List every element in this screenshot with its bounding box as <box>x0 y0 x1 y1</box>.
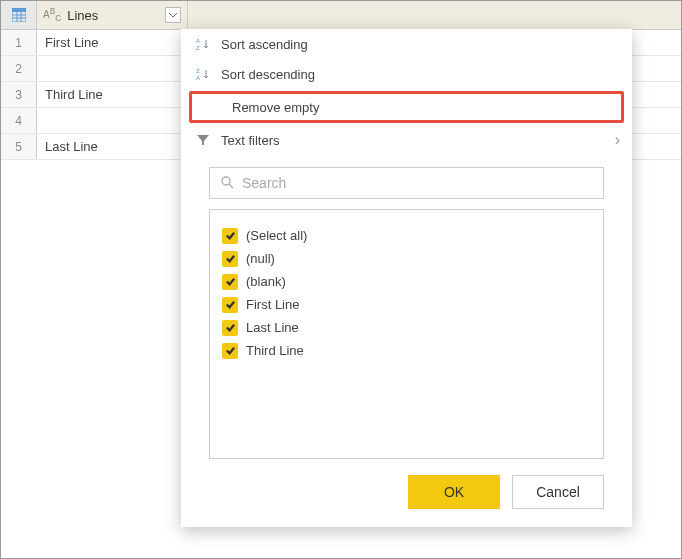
svg-rect-1 <box>12 8 26 12</box>
menu-label: Text filters <box>221 133 615 148</box>
filter-icon <box>193 133 213 147</box>
chevron-right-icon: › <box>615 131 620 149</box>
cell[interactable]: First Line <box>37 30 188 55</box>
row-number: 4 <box>1 108 37 133</box>
menu-label: Remove empty <box>232 100 609 115</box>
value-item[interactable]: First Line <box>222 293 591 316</box>
value-list: (Select all) (null) (blank) First Line L… <box>209 209 604 459</box>
table-corner-icon[interactable] <box>1 1 37 29</box>
value-item[interactable]: Third Line <box>222 339 591 362</box>
value-label: First Line <box>246 297 299 312</box>
checkbox-icon[interactable] <box>222 274 238 290</box>
menu-sort-descending[interactable]: Z A Sort descending <box>181 59 632 89</box>
sort-desc-icon: Z A <box>193 67 213 81</box>
column-filter-popup: A Z Sort ascending Z A Sort descending R… <box>181 29 632 527</box>
value-item[interactable]: (blank) <box>222 270 591 293</box>
ok-button[interactable]: OK <box>408 475 500 509</box>
value-label: Last Line <box>246 320 299 335</box>
svg-text:Z: Z <box>196 45 200 51</box>
data-type-text-icon: ABC <box>43 6 61 23</box>
menu-remove-empty[interactable]: Remove empty <box>189 91 624 123</box>
value-item[interactable]: (null) <box>222 247 591 270</box>
column-header-lines[interactable]: ABC Lines <box>37 1 188 29</box>
menu-text-filters[interactable]: Text filters › <box>181 125 632 155</box>
column-filter-dropdown[interactable] <box>165 7 181 23</box>
column-name: Lines <box>67 8 165 23</box>
grid-header-row: ABC Lines <box>1 1 681 30</box>
row-number: 2 <box>1 56 37 81</box>
checkbox-icon[interactable] <box>222 251 238 267</box>
svg-text:A: A <box>196 75 200 81</box>
checkbox-icon[interactable] <box>222 343 238 359</box>
sort-asc-icon: A Z <box>193 37 213 51</box>
checkbox-icon[interactable] <box>222 297 238 313</box>
svg-text:Z: Z <box>196 68 200 74</box>
cell[interactable] <box>37 108 188 133</box>
cell[interactable]: Third Line <box>37 82 188 107</box>
value-label: (Select all) <box>246 228 307 243</box>
value-label: Third Line <box>246 343 304 358</box>
checkbox-icon[interactable] <box>222 228 238 244</box>
menu-label: Sort descending <box>221 67 620 82</box>
cancel-button[interactable]: Cancel <box>512 475 604 509</box>
value-item-select-all[interactable]: (Select all) <box>222 224 591 247</box>
checkbox-icon[interactable] <box>222 320 238 336</box>
cell[interactable]: Last Line <box>37 134 188 159</box>
row-number: 5 <box>1 134 37 159</box>
search-input[interactable] <box>242 175 593 191</box>
row-number: 1 <box>1 30 37 55</box>
cell[interactable] <box>37 56 188 81</box>
svg-point-10 <box>222 177 230 185</box>
dialog-buttons: OK Cancel <box>209 475 604 509</box>
search-box[interactable] <box>209 167 604 199</box>
svg-line-11 <box>229 184 233 188</box>
search-icon <box>220 175 234 192</box>
value-item[interactable]: Last Line <box>222 316 591 339</box>
value-label: (blank) <box>246 274 286 289</box>
menu-sort-ascending[interactable]: A Z Sort ascending <box>181 29 632 59</box>
menu-label: Sort ascending <box>221 37 620 52</box>
svg-text:A: A <box>196 38 200 44</box>
value-label: (null) <box>246 251 275 266</box>
row-number: 3 <box>1 82 37 107</box>
